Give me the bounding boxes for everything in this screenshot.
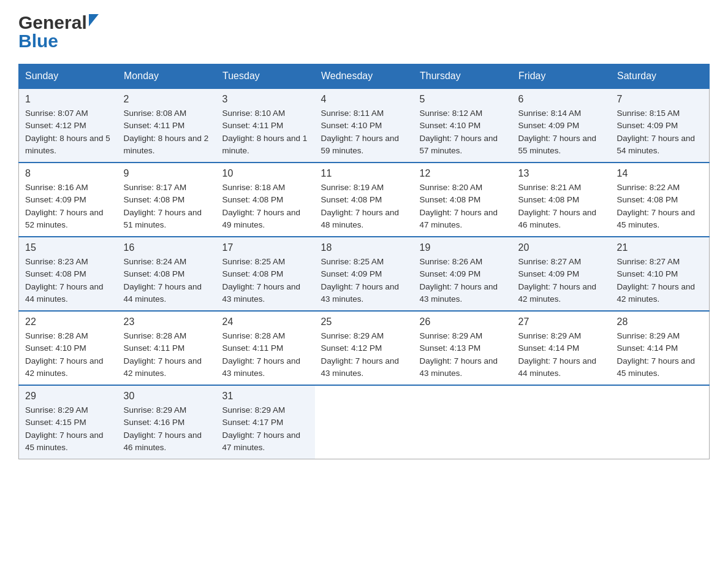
day-cell: 9 Sunrise: 8:17 AMSunset: 4:08 PMDayligh… (118, 163, 216, 237)
week-row-5: 29 Sunrise: 8:29 AMSunset: 4:15 PMDaylig… (19, 385, 710, 459)
day-number: 21 (617, 242, 703, 253)
day-info: Sunrise: 8:27 AMSunset: 4:10 PMDaylight:… (617, 257, 696, 304)
day-number: 6 (518, 94, 605, 105)
day-cell: 12 Sunrise: 8:20 AMSunset: 4:08 PMDaylig… (414, 163, 512, 237)
day-number: 22 (25, 316, 112, 327)
day-number: 2 (124, 94, 210, 105)
day-cell: 6 Sunrise: 8:14 AMSunset: 4:09 PMDayligh… (512, 88, 611, 163)
day-number: 5 (420, 94, 506, 105)
day-info: Sunrise: 8:29 AMSunset: 4:12 PMDaylight:… (321, 331, 400, 378)
col-header-thursday: Thursday (414, 64, 512, 89)
day-number: 26 (420, 316, 506, 327)
day-number: 24 (222, 316, 309, 327)
day-number: 12 (420, 168, 506, 179)
day-cell: 14 Sunrise: 8:22 AMSunset: 4:08 PMDaylig… (611, 163, 710, 237)
day-cell: 19 Sunrise: 8:26 AMSunset: 4:09 PMDaylig… (414, 237, 512, 311)
day-cell: 18 Sunrise: 8:25 AMSunset: 4:09 PMDaylig… (315, 237, 414, 311)
day-info: Sunrise: 8:25 AMSunset: 4:09 PMDaylight:… (321, 257, 400, 304)
day-info: Sunrise: 8:28 AMSunset: 4:11 PMDaylight:… (222, 331, 301, 378)
col-header-monday: Monday (118, 64, 216, 89)
logo-general: General (18, 12, 99, 33)
day-info: Sunrise: 8:20 AMSunset: 4:08 PMDaylight:… (420, 183, 498, 229)
logo-blue: Blue (18, 31, 99, 52)
day-cell (414, 385, 512, 459)
day-info: Sunrise: 8:29 AMSunset: 4:13 PMDaylight:… (420, 331, 498, 378)
day-cell: 29 Sunrise: 8:29 AMSunset: 4:15 PMDaylig… (19, 385, 118, 459)
week-row-4: 22 Sunrise: 8:28 AMSunset: 4:10 PMDaylig… (19, 311, 710, 385)
day-cell: 16 Sunrise: 8:24 AMSunset: 4:08 PMDaylig… (118, 237, 216, 311)
day-number: 13 (518, 168, 605, 179)
day-cell: 5 Sunrise: 8:12 AMSunset: 4:10 PMDayligh… (414, 88, 512, 163)
day-cell: 23 Sunrise: 8:28 AMSunset: 4:11 PMDaylig… (118, 311, 216, 385)
day-cell: 22 Sunrise: 8:28 AMSunset: 4:10 PMDaylig… (19, 311, 118, 385)
day-cell: 10 Sunrise: 8:18 AMSunset: 4:08 PMDaylig… (216, 163, 315, 237)
day-number: 14 (617, 168, 703, 179)
page-header: General Blue (18, 12, 710, 52)
day-info: Sunrise: 8:07 AMSunset: 4:12 PMDaylight:… (25, 109, 110, 155)
logo-triangle-icon (89, 14, 99, 26)
day-info: Sunrise: 8:19 AMSunset: 4:08 PMDaylight:… (321, 183, 400, 229)
day-cell: 20 Sunrise: 8:27 AMSunset: 4:09 PMDaylig… (512, 237, 611, 311)
day-cell: 8 Sunrise: 8:16 AMSunset: 4:09 PMDayligh… (19, 163, 118, 237)
day-number: 19 (420, 242, 506, 253)
day-info: Sunrise: 8:25 AMSunset: 4:08 PMDaylight:… (222, 257, 301, 304)
day-info: Sunrise: 8:11 AMSunset: 4:10 PMDaylight:… (321, 109, 400, 155)
day-cell: 15 Sunrise: 8:23 AMSunset: 4:08 PMDaylig… (19, 237, 118, 311)
col-header-wednesday: Wednesday (315, 64, 414, 89)
day-cell: 11 Sunrise: 8:19 AMSunset: 4:08 PMDaylig… (315, 163, 414, 237)
day-number: 8 (25, 168, 112, 179)
logo: General Blue (18, 12, 99, 52)
day-cell: 28 Sunrise: 8:29 AMSunset: 4:14 PMDaylig… (611, 311, 710, 385)
day-info: Sunrise: 8:29 AMSunset: 4:14 PMDaylight:… (617, 331, 696, 378)
col-header-sunday: Sunday (19, 64, 118, 89)
day-info: Sunrise: 8:15 AMSunset: 4:09 PMDaylight:… (617, 109, 696, 155)
day-cell: 30 Sunrise: 8:29 AMSunset: 4:16 PMDaylig… (118, 385, 216, 459)
day-number: 11 (321, 168, 408, 179)
week-row-1: 1 Sunrise: 8:07 AMSunset: 4:12 PMDayligh… (19, 88, 710, 163)
day-cell: 7 Sunrise: 8:15 AMSunset: 4:09 PMDayligh… (611, 88, 710, 163)
day-number: 20 (518, 242, 605, 253)
day-info: Sunrise: 8:08 AMSunset: 4:11 PMDaylight:… (124, 109, 209, 155)
day-cell: 1 Sunrise: 8:07 AMSunset: 4:12 PMDayligh… (19, 88, 118, 163)
day-info: Sunrise: 8:10 AMSunset: 4:11 PMDaylight:… (222, 109, 308, 155)
day-info: Sunrise: 8:14 AMSunset: 4:09 PMDaylight:… (518, 109, 597, 155)
day-number: 28 (617, 316, 703, 327)
header-row: SundayMondayTuesdayWednesdayThursdayFrid… (19, 64, 710, 89)
day-info: Sunrise: 8:26 AMSunset: 4:09 PMDaylight:… (420, 257, 498, 304)
day-info: Sunrise: 8:16 AMSunset: 4:09 PMDaylight:… (25, 183, 104, 229)
day-info: Sunrise: 8:28 AMSunset: 4:10 PMDaylight:… (25, 331, 104, 378)
col-header-friday: Friday (512, 64, 611, 89)
day-number: 9 (124, 168, 210, 179)
day-info: Sunrise: 8:29 AMSunset: 4:16 PMDaylight:… (124, 405, 202, 452)
day-number: 17 (222, 242, 309, 253)
day-info: Sunrise: 8:27 AMSunset: 4:09 PMDaylight:… (518, 257, 597, 304)
calendar-table: SundayMondayTuesdayWednesdayThursdayFrid… (18, 64, 710, 459)
day-cell: 25 Sunrise: 8:29 AMSunset: 4:12 PMDaylig… (315, 311, 414, 385)
day-cell: 13 Sunrise: 8:21 AMSunset: 4:08 PMDaylig… (512, 163, 611, 237)
day-info: Sunrise: 8:29 AMSunset: 4:15 PMDaylight:… (25, 405, 104, 452)
day-cell (315, 385, 414, 459)
col-header-saturday: Saturday (611, 64, 710, 89)
day-number: 16 (124, 242, 210, 253)
day-info: Sunrise: 8:23 AMSunset: 4:08 PMDaylight:… (25, 257, 104, 304)
day-info: Sunrise: 8:17 AMSunset: 4:08 PMDaylight:… (124, 183, 202, 229)
week-row-3: 15 Sunrise: 8:23 AMSunset: 4:08 PMDaylig… (19, 237, 710, 311)
day-info: Sunrise: 8:29 AMSunset: 4:14 PMDaylight:… (518, 331, 597, 378)
day-number: 7 (617, 94, 703, 105)
day-cell (512, 385, 611, 459)
day-cell (611, 385, 710, 459)
day-number: 1 (25, 94, 112, 105)
day-info: Sunrise: 8:22 AMSunset: 4:08 PMDaylight:… (617, 183, 696, 229)
day-number: 29 (25, 391, 112, 402)
day-cell: 31 Sunrise: 8:29 AMSunset: 4:17 PMDaylig… (216, 385, 315, 459)
day-number: 3 (222, 94, 309, 105)
day-info: Sunrise: 8:18 AMSunset: 4:08 PMDaylight:… (222, 183, 301, 229)
day-info: Sunrise: 8:12 AMSunset: 4:10 PMDaylight:… (420, 109, 498, 155)
day-cell: 17 Sunrise: 8:25 AMSunset: 4:08 PMDaylig… (216, 237, 315, 311)
day-number: 15 (25, 242, 112, 253)
day-number: 31 (222, 391, 309, 402)
day-cell: 4 Sunrise: 8:11 AMSunset: 4:10 PMDayligh… (315, 88, 414, 163)
day-cell: 21 Sunrise: 8:27 AMSunset: 4:10 PMDaylig… (611, 237, 710, 311)
week-row-2: 8 Sunrise: 8:16 AMSunset: 4:09 PMDayligh… (19, 163, 710, 237)
day-number: 10 (222, 168, 309, 179)
